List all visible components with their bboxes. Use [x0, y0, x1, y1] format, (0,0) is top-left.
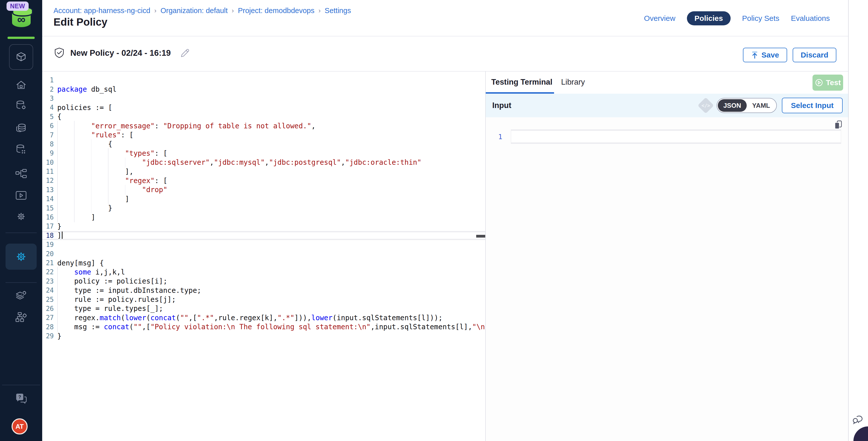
indent-guide [57, 267, 58, 277]
indent-guide [57, 203, 58, 213]
user-avatar[interactable]: AT [11, 418, 28, 435]
code-line-19[interactable]: 19 [42, 240, 485, 249]
line-number: 29 [42, 332, 54, 340]
code-line-7[interactable]: 7"rules": [ [42, 130, 485, 139]
nav-policy-sets[interactable]: Policy Sets [742, 14, 779, 23]
sidebar-item-database-instances[interactable] [15, 143, 27, 156]
code-line-26[interactable]: 26type = rule.types[_]; [42, 304, 485, 313]
code-line-27[interactable]: 27regex.match(lower(concat("",[".*",rule… [42, 313, 485, 322]
code-line-13[interactable]: 13"drop" [42, 185, 485, 194]
page-title: Edit Policy [54, 16, 107, 28]
sidebar-item-database-stack[interactable] [14, 122, 28, 134]
indent-guide [91, 194, 92, 204]
sidebar-item-help[interactable]: ? [14, 393, 28, 405]
chat-widget-corner[interactable] [854, 427, 868, 441]
breadcrumb-item[interactable]: Account: app-harness-ng-cicd [54, 6, 150, 15]
toggle-yaml[interactable]: YAML [747, 99, 776, 112]
policy-code-editor[interactable]: 12package db_sql34policies := [5{6"error… [42, 71, 485, 441]
breadcrumb-item[interactable]: Project: demodbdevops [238, 6, 314, 15]
select-input-button[interactable]: Select Input [782, 98, 843, 113]
indent-guide [108, 148, 108, 158]
sidebar-item-home[interactable] [15, 79, 27, 92]
code-line-12[interactable]: 12"regex": [ [42, 176, 485, 185]
code-line-17[interactable]: 17} [42, 222, 485, 231]
indent-guide [91, 148, 92, 158]
format-toggle[interactable]: JSON YAML [717, 98, 777, 113]
input-line-number: 1 [486, 133, 502, 140]
right-rail [848, 0, 868, 441]
chat-bubbles-icon[interactable] [852, 413, 865, 426]
sidebar-item-project-settings-active[interactable] [5, 244, 37, 270]
input-current-line[interactable] [511, 129, 841, 144]
test-button[interactable]: Test [812, 74, 843, 91]
tab-testing-terminal[interactable]: Testing Terminal [491, 77, 552, 87]
sidebar: NEW ∞ [0, 0, 42, 441]
code-line-8[interactable]: 8{ [42, 139, 485, 149]
breadcrumb-item[interactable]: Settings [325, 6, 351, 15]
tab-library[interactable]: Library [561, 77, 585, 87]
sidebar-item-database-settings[interactable] [15, 99, 27, 112]
code-line-10[interactable]: 10"jdbc:sqlserver","jdbc:mysql","jdbc:po… [42, 158, 485, 167]
code-line-2[interactable]: 2package db_sql [42, 85, 485, 94]
code-line-5[interactable]: 5{ [42, 112, 485, 121]
code-line-1[interactable]: 1 [42, 75, 485, 85]
code-line-21[interactable]: 21deny[msg] { [42, 258, 485, 267]
sidebar-item-org-settings[interactable] [14, 311, 28, 323]
code-line-28[interactable]: 28msg := concat("",["Policy violation:\n… [42, 322, 485, 332]
line-number: 4 [42, 104, 54, 111]
code-line-22[interactable]: 22some i,j,k,l [42, 267, 485, 277]
line-content: "drop" [57, 185, 167, 194]
sidebar-item-layers-settings[interactable] [14, 289, 28, 302]
module-selector-button[interactable] [9, 44, 33, 70]
discard-button[interactable]: Discard [793, 48, 836, 62]
logo-underline [7, 37, 35, 39]
indent-guide [91, 166, 92, 177]
text-cursor [62, 231, 63, 240]
input-editor[interactable]: 1 [486, 117, 848, 441]
line-content: } [57, 203, 112, 213]
nav-overview[interactable]: Overview [644, 14, 675, 23]
indent-guide [57, 294, 58, 304]
code-line-11[interactable]: 11], [42, 167, 485, 176]
code-line-6[interactable]: 6"error_message": "Dropping of table is … [42, 121, 485, 130]
breadcrumb-separator: › [154, 7, 156, 14]
indent-guide [74, 121, 74, 131]
code-line-23[interactable]: 23policy := policies[i]; [42, 277, 485, 286]
line-number: 12 [42, 177, 54, 184]
line-content: { [57, 112, 62, 121]
play-rectangle-icon [15, 190, 27, 201]
indent-guide [74, 166, 74, 177]
indent-guide [74, 185, 74, 195]
sidebar-item-executions[interactable] [15, 190, 27, 201]
edit-policy-name-button[interactable] [180, 48, 190, 58]
nav-policies[interactable]: Policies [687, 11, 731, 25]
nav-evaluations[interactable]: Evaluations [791, 14, 830, 23]
code-line-25[interactable]: 25rule := policy.rules[j]; [42, 295, 485, 304]
line-content: package db_sql [57, 85, 117, 94]
breadcrumb-item[interactable]: Organization: default [160, 6, 228, 15]
indent-guide [74, 139, 74, 149]
code-line-3[interactable]: 3 [42, 94, 485, 103]
toggle-json[interactable]: JSON [718, 99, 747, 112]
indent-guide [74, 203, 74, 213]
code-line-18[interactable]: 18] [42, 231, 485, 240]
sidebar-item-hierarchy[interactable] [15, 168, 27, 179]
code-line-15[interactable]: 15} [42, 203, 485, 213]
code-line-29[interactable]: 29} [42, 332, 485, 341]
copy-icon[interactable] [834, 120, 843, 130]
code-line-24[interactable]: 24type := input.dbInstance.type; [42, 286, 485, 295]
save-button[interactable]: Save [743, 48, 787, 62]
indent-guide [74, 212, 74, 222]
code-line-16[interactable]: 16] [42, 213, 485, 222]
line-content: { [57, 139, 112, 149]
code-line-14[interactable]: 14] [42, 194, 485, 203]
line-number: 2 [42, 86, 54, 93]
cube-icon [14, 51, 28, 64]
database-dots-icon [15, 143, 27, 156]
sidebar-item-settings[interactable] [15, 211, 27, 222]
code-line-4[interactable]: 4policies := [ [42, 103, 485, 112]
save-label: Save [762, 51, 779, 59]
code-line-9[interactable]: 9"types": [ [42, 149, 485, 158]
sidebar-divider [5, 282, 37, 283]
code-line-20[interactable]: 20 [42, 249, 485, 258]
